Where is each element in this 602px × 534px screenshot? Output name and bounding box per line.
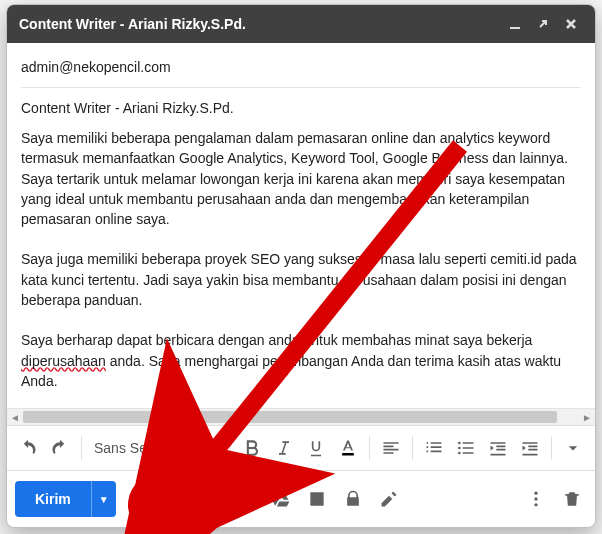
italic-button[interactable]	[269, 433, 299, 463]
window-title: Content Writer - Ariani Rizky.S.Pd.	[19, 16, 246, 32]
scroll-right-arrow[interactable]: ►	[579, 409, 595, 425]
chevron-down-icon: ▼	[165, 443, 175, 454]
svg-point-1	[458, 442, 461, 445]
to-field[interactable]: admin@nekopencil.com	[21, 53, 581, 88]
format-toolbar: Sans Serif ▼	[7, 425, 595, 470]
svg-point-9	[534, 497, 537, 500]
bullet-list-button[interactable]	[451, 433, 481, 463]
underline-button[interactable]	[301, 433, 331, 463]
insert-drive-button[interactable]	[266, 484, 296, 514]
indent-more-button[interactable]	[515, 433, 545, 463]
svg-rect-4	[131, 504, 143, 507]
svg-point-7	[246, 496, 248, 498]
scroll-track[interactable]	[23, 409, 579, 425]
bold-button[interactable]	[237, 433, 267, 463]
formatting-toggle-button[interactable]	[122, 484, 152, 514]
indent-less-button[interactable]	[483, 433, 513, 463]
popout-button[interactable]	[531, 12, 555, 36]
action-toolbar: Kirim ▼	[7, 470, 595, 527]
titlebar: Content Writer - Ariani Rizky.S.Pd.	[7, 5, 595, 43]
confidential-mode-button[interactable]	[338, 484, 368, 514]
more-format-button[interactable]	[558, 433, 588, 463]
body-paragraph: Saya memiliki beberapa pengalaman dalam …	[21, 128, 581, 229]
font-family-select[interactable]: Sans Serif ▼	[88, 434, 181, 462]
close-button[interactable]	[559, 12, 583, 36]
spelling-error: diperusahaan	[21, 353, 106, 369]
ordered-list-button[interactable]	[419, 433, 449, 463]
send-button[interactable]: Kirim	[15, 481, 91, 517]
body-paragraph: Saya juga memiliki beberapa proyek SEO y…	[21, 249, 581, 310]
minimize-button[interactable]	[503, 12, 527, 36]
headers: admin@nekopencil.com Content Writer - Ar…	[7, 43, 595, 128]
subject-value: Content Writer - Ariani Rizky.S.Pd.	[21, 100, 234, 116]
body-editor[interactable]: Saya memiliki beberapa pengalaman dalam …	[7, 128, 595, 408]
attach-file-button[interactable]	[158, 484, 188, 514]
insert-photo-button[interactable]	[302, 484, 332, 514]
text-color-button[interactable]	[333, 433, 363, 463]
font-size-button[interactable]	[194, 433, 224, 463]
to-value: admin@nekopencil.com	[21, 59, 171, 75]
undo-button[interactable]	[13, 433, 43, 463]
body-area: Saya memiliki beberapa pengalaman dalam …	[7, 128, 595, 408]
redo-button[interactable]	[45, 433, 75, 463]
align-button[interactable]	[376, 433, 406, 463]
svg-point-10	[534, 503, 537, 506]
svg-point-6	[241, 496, 243, 498]
insert-signature-button[interactable]	[374, 484, 404, 514]
insert-emoji-button[interactable]	[230, 484, 260, 514]
svg-point-8	[534, 492, 537, 495]
scroll-thumb[interactable]	[23, 411, 557, 423]
subject-field[interactable]: Content Writer - Ariani Rizky.S.Pd.	[21, 88, 581, 128]
svg-point-5	[237, 492, 252, 507]
svg-rect-0	[342, 453, 354, 456]
svg-point-2	[458, 447, 461, 450]
more-options-button[interactable]	[521, 484, 551, 514]
send-button-group: Kirim ▼	[15, 481, 116, 517]
discard-draft-button[interactable]	[557, 484, 587, 514]
svg-point-3	[458, 452, 461, 455]
font-family-value: Sans Serif	[94, 440, 159, 456]
horizontal-scrollbar[interactable]: ◄ ►	[7, 408, 595, 425]
send-options-button[interactable]: ▼	[91, 481, 116, 517]
insert-link-button[interactable]	[194, 484, 224, 514]
compose-window: Content Writer - Ariani Rizky.S.Pd. admi…	[6, 4, 596, 528]
body-paragraph: Saya berharap dapat berbicara dengan and…	[21, 330, 581, 391]
scroll-left-arrow[interactable]: ◄	[7, 409, 23, 425]
